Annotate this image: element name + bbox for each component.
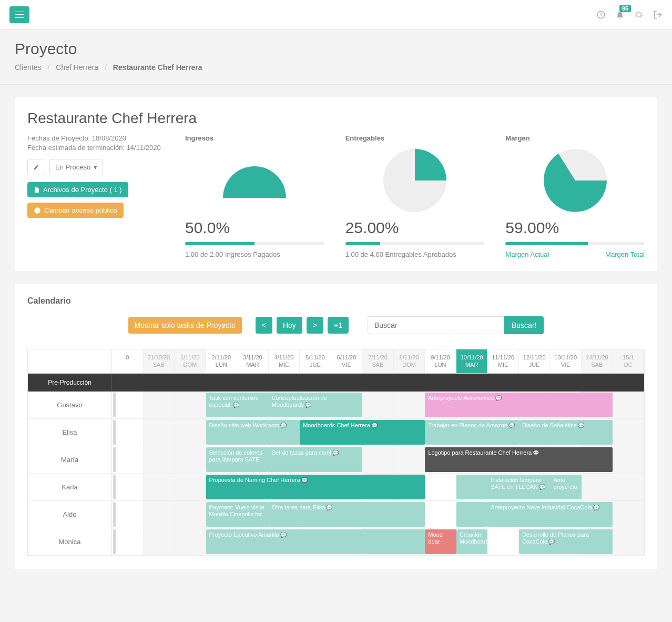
notifications-icon[interactable]: 95	[615, 10, 625, 19]
status-dropdown[interactable]: En Proceso ▾	[49, 159, 103, 175]
task-bar[interactable]: Conceptualización de Moodboards	[269, 393, 363, 417]
page-title: Proyecto	[15, 40, 657, 58]
calendar-title: Calendario	[27, 296, 645, 306]
person-row: KarlaPropuesta de Naming Chef HerreraIns…	[28, 474, 644, 501]
chat-icon	[538, 484, 545, 490]
task-bar[interactable]: Otra tarea para Elisa	[269, 502, 425, 527]
date-col: 31/10/20SAB	[144, 349, 175, 373]
search-input[interactable]	[368, 316, 504, 334]
person-name: María	[28, 446, 112, 473]
breadcrumb-chef[interactable]: Chef Herrera	[56, 63, 98, 72]
task-bar[interactable]: Task con contenido especial!	[206, 393, 269, 417]
chat-icon	[279, 422, 287, 428]
search-button[interactable]: Buscar!	[504, 316, 544, 334]
person-row: MonicaProyecto Ejecutivo AmarilloMood bo…	[28, 528, 644, 556]
task-bar[interactable]: Logotipo para Restaurante Chef Herrera	[425, 447, 613, 472]
notification-badge: 95	[619, 5, 631, 12]
person-row: AldoPayment: Vuelo visita Morelia Cinepo…	[28, 501, 644, 528]
prev-button[interactable]: <	[256, 317, 272, 334]
margen-total-link[interactable]: Margen Total	[605, 250, 645, 258]
date-col: 14/11/20SAB	[582, 349, 613, 373]
pencil-icon	[33, 164, 39, 170]
svg-point-1	[34, 207, 40, 214]
breadcrumb-clientes[interactable]: Clientes	[15, 63, 42, 72]
row-handle[interactable]	[113, 502, 116, 527]
task-bar[interactable]: Creación Moodboards	[456, 529, 488, 554]
task-bar[interactable]: Payment: Vuelo visita Morelia Cinepolis …	[206, 502, 269, 527]
task-bar[interactable]: Desarrollo de Planos para CocaCola	[519, 529, 613, 554]
row-handle[interactable]	[113, 529, 116, 554]
logout-icon[interactable]	[653, 10, 663, 19]
plus-one-button[interactable]: +1	[328, 317, 349, 334]
gantt-chart: 031/10/20SAB1/11/20DOM2/11/20LUN3/11/20M…	[27, 349, 645, 556]
task-bar[interactable]: Mood boar	[425, 529, 456, 554]
task-bar[interactable]: Ante proye cto	[550, 475, 582, 499]
row-handle[interactable]	[113, 447, 116, 472]
task-bar[interactable]: Propuesta de Naming Chef Herrera	[206, 475, 425, 499]
task-bar[interactable]: Anteproyecto Nave Industrial CocaCola	[487, 502, 613, 527]
filter-tasks-button[interactable]: Mostrar solo tasks de Proyecto	[128, 317, 242, 334]
project-card: Restaurante Chef Herrera Fechas de Proye…	[15, 97, 657, 271]
chat-icon	[325, 504, 332, 510]
date-col: 10/11/20MAR	[456, 349, 488, 373]
margen-actual-link[interactable]: Margen Actual	[505, 250, 549, 258]
person-name: Gustavo	[28, 392, 112, 418]
margen-chart	[541, 146, 609, 215]
date-col: 4/11/20MIE	[269, 349, 300, 373]
today-button[interactable]: Hoy	[277, 317, 302, 334]
chat-icon	[232, 402, 239, 408]
task-bar[interactable]: Set de tazas para carel	[269, 447, 363, 472]
next-button[interactable]: >	[307, 317, 323, 334]
chat-icon	[592, 504, 599, 510]
project-title: Restaurante Chef Herrera	[27, 110, 645, 127]
menu-toggle-button[interactable]	[9, 6, 29, 23]
row-handle[interactable]	[113, 420, 116, 445]
date-col: 1/11/20DOM	[175, 349, 206, 373]
task-bar[interactable]: Moodboards Chef Herrera	[300, 420, 425, 445]
chat-icon	[331, 449, 339, 456]
project-files-button[interactable]: Archivos de Proyecto ( 1 )	[27, 182, 128, 197]
stat-ingresos: Ingresos 50.0% 1.00 de 2.00 Ingresos Pag…	[185, 134, 324, 258]
task-bar[interactable]: Trabajar en Planos de Amazon	[425, 420, 519, 445]
task-bar[interactable]	[456, 475, 488, 499]
date-col: 3/11/20MAR	[237, 349, 269, 373]
calendar-card: Calendario Mostrar solo tasks de Proyect…	[15, 284, 657, 569]
chat-icon	[370, 422, 378, 428]
date-col: 9/11/20LUN	[425, 349, 456, 373]
project-end-date: Fecha estimada de terminación: 14/11/202…	[27, 144, 164, 152]
topbar: 95	[0, 0, 672, 29]
date-col: 11/11/20MIE	[487, 349, 519, 373]
task-bar[interactable]: Instalación lámpara SATE en TLECAN	[487, 475, 550, 499]
task-bar[interactable]	[456, 502, 488, 527]
clock-icon[interactable]	[596, 10, 606, 19]
person-name: Elisa	[28, 419, 112, 446]
gantt-section-row: Pre-Producción	[28, 374, 644, 392]
date-col: 0	[112, 349, 144, 373]
file-icon	[34, 186, 40, 194]
person-row: ElisaDiseño sitio web WorkroomMoodboards…	[28, 419, 644, 446]
date-col: 2/11/20LUN	[206, 349, 238, 373]
globe-icon	[34, 207, 41, 214]
person-row: GustavoTask con contenido especial!Conce…	[28, 392, 644, 419]
chat-icon	[547, 538, 555, 545]
row-handle[interactable]	[113, 475, 116, 499]
task-bar[interactable]: Proyecto Ejecutivo Amarillo	[206, 529, 425, 554]
person-name: Monica	[28, 528, 112, 555]
edit-button[interactable]	[27, 159, 45, 175]
date-col: 12/11/20JUE	[519, 349, 551, 373]
project-meta: Fechas de Proyecto: 18/08/2020 Fecha est…	[27, 134, 164, 258]
task-bar[interactable]: Selección de colores para lámpara SATE	[206, 447, 269, 472]
settings-icon[interactable]	[634, 10, 644, 19]
person-name: Aldo	[28, 501, 112, 528]
public-access-button[interactable]: Cambiar acceso público	[27, 203, 124, 218]
task-bar[interactable]: Diseño de Señalética	[519, 420, 613, 445]
row-handle[interactable]	[113, 393, 116, 417]
breadcrumb: Clientes / Chef Herrera / Restaurante Ch…	[15, 63, 657, 72]
task-bar[interactable]: Diseño sitio web Workroom	[206, 420, 300, 445]
task-bar[interactable]: Anteproyecto Aeroméxico	[425, 393, 613, 417]
caret-down-icon: ▾	[94, 163, 97, 171]
person-name: Karla	[28, 474, 112, 500]
entregables-chart	[381, 146, 449, 215]
chat-icon	[300, 477, 308, 483]
project-dates: Fechas de Proyecto: 18/08/2020	[27, 134, 164, 142]
